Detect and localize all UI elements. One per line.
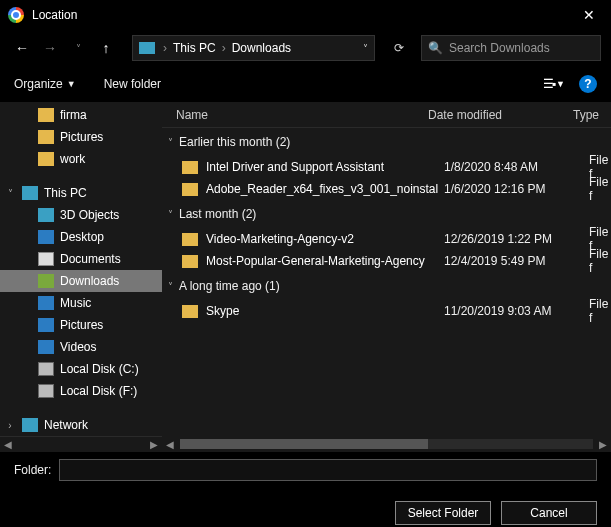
help-button[interactable]: ? [579, 75, 597, 93]
file-row[interactable]: Video-Marketing-Agency-v212/26/2019 1:22… [162, 228, 611, 250]
folder-icon [38, 384, 54, 398]
folder-icon [182, 255, 198, 268]
group-label: Last month (2) [179, 207, 256, 221]
chevron-down-icon: ˅ [168, 209, 173, 220]
organize-menu[interactable]: Organize ▼ [14, 77, 76, 91]
tree-h-scrollbar[interactable]: ◀ ▶ [0, 436, 162, 452]
scroll-left-icon[interactable]: ◀ [162, 439, 178, 450]
tree-network[interactable]: ›Network [0, 414, 162, 436]
tree-item[interactable]: Music [0, 292, 162, 314]
tree-label: Desktop [60, 230, 104, 244]
collapse-icon[interactable]: ˅ [4, 188, 16, 199]
tree-item[interactable]: Videos [0, 336, 162, 358]
tree-item[interactable]: Documents [0, 248, 162, 270]
toolbar: Organize ▼ New folder ☰▪ ▼ ? [0, 66, 611, 102]
chevron-down-icon: ˅ [168, 137, 173, 148]
list-view-icon: ☰▪ [543, 77, 554, 91]
folder-icon [38, 208, 54, 222]
scroll-right-icon[interactable]: ▶ [595, 439, 611, 450]
title-bar: Location ✕ [0, 0, 611, 30]
nav-tree: firmaPictureswork˅This PC3D ObjectsDeskt… [0, 102, 162, 452]
file-group-header[interactable]: ˅Earlier this month (2) [162, 128, 611, 156]
tree-item[interactable]: Local Disk (C:) [0, 358, 162, 380]
tree-item[interactable]: Desktop [0, 226, 162, 248]
recent-dropdown[interactable]: ˅ [66, 36, 90, 60]
tree-label: Videos [60, 340, 96, 354]
scroll-right-icon[interactable]: ▶ [146, 439, 162, 450]
folder-icon [38, 230, 54, 244]
scroll-left-icon[interactable]: ◀ [0, 439, 16, 450]
select-folder-button[interactable]: Select Folder [395, 501, 491, 525]
folder-icon [182, 305, 198, 318]
file-group-header[interactable]: ˅A long time ago (1) [162, 272, 611, 300]
file-date: 12/26/2019 1:22 PM [444, 232, 589, 246]
chrome-icon [8, 7, 24, 23]
folder-icon [38, 296, 54, 310]
file-date: 12/4/2019 5:49 PM [444, 254, 589, 268]
file-name: Intel Driver and Support Assistant [206, 160, 444, 174]
search-input[interactable]: 🔍 Search Downloads [421, 35, 601, 61]
organize-label: Organize [14, 77, 63, 91]
refresh-button[interactable]: ⟳ [385, 35, 413, 61]
address-bar[interactable]: › This PC › Downloads ˅ [132, 35, 375, 61]
forward-button[interactable]: → [38, 36, 62, 60]
network-icon [22, 418, 38, 432]
tree-label: Pictures [60, 318, 103, 332]
view-options-button[interactable]: ☰▪ ▼ [543, 77, 565, 91]
cancel-button[interactable]: Cancel [501, 501, 597, 525]
folder-icon [38, 130, 54, 144]
file-date: 1/8/2020 8:48 AM [444, 160, 589, 174]
folder-icon [182, 161, 198, 174]
column-type[interactable]: Type [573, 108, 611, 122]
tree-item[interactable]: Pictures [0, 314, 162, 336]
tree-label: Local Disk (C:) [60, 362, 139, 376]
expand-icon[interactable]: › [4, 420, 16, 431]
file-date: 1/6/2020 12:16 PM [444, 182, 589, 196]
up-button[interactable]: ↑ [94, 36, 118, 60]
files-h-scrollbar[interactable]: ◀ ▶ [162, 436, 611, 452]
back-button[interactable]: ← [10, 36, 34, 60]
nav-row: ← → ˅ ↑ › This PC › Downloads ˅ ⟳ 🔍 Sear… [0, 30, 611, 66]
file-name: Most-Popular-General-Marketing-Agency [206, 254, 444, 268]
search-icon: 🔍 [428, 41, 443, 55]
folder-icon [182, 183, 198, 196]
breadcrumb-folder[interactable]: Downloads [228, 41, 295, 55]
tree-item[interactable]: firma [0, 104, 162, 126]
file-row[interactable]: Intel Driver and Support Assistant1/8/20… [162, 156, 611, 178]
file-row[interactable]: Most-Popular-General-Marketing-Agency12/… [162, 250, 611, 272]
file-name: Video-Marketing-Agency-v2 [206, 232, 444, 246]
folder-input[interactable] [59, 459, 597, 481]
tree-label: firma [60, 108, 87, 122]
tree-this-pc[interactable]: ˅This PC [0, 182, 162, 204]
file-row[interactable]: Skype11/20/2019 9:03 AMFile f [162, 300, 611, 322]
folder-icon [38, 274, 54, 288]
new-folder-button[interactable]: New folder [104, 77, 161, 91]
tree-label: Documents [60, 252, 121, 266]
tree-item[interactable]: work [0, 148, 162, 170]
search-placeholder: Search Downloads [449, 41, 550, 55]
tree-item[interactable]: Pictures [0, 126, 162, 148]
file-group-header[interactable]: ˅Last month (2) [162, 200, 611, 228]
breadcrumb-root[interactable]: This PC [169, 41, 220, 55]
file-date: 11/20/2019 9:03 AM [444, 304, 589, 318]
tree-label: Network [44, 418, 88, 432]
tree-item[interactable]: 3D Objects [0, 204, 162, 226]
tree-item[interactable]: Downloads [0, 270, 162, 292]
folder-row: Folder: [0, 452, 611, 488]
file-list: Name Date modified Type ˅Earlier this mo… [162, 102, 611, 452]
address-dropdown[interactable]: ˅ [363, 43, 368, 54]
folder-label: Folder: [14, 463, 51, 477]
scroll-thumb[interactable] [180, 439, 428, 449]
pc-icon [22, 186, 38, 200]
chevron-down-icon: ▼ [556, 79, 565, 89]
column-name[interactable]: Name [176, 108, 428, 122]
close-button[interactable]: ✕ [566, 0, 611, 30]
folder-icon [38, 108, 54, 122]
group-label: A long time ago (1) [179, 279, 280, 293]
chevron-down-icon: ▼ [67, 79, 76, 89]
tree-item[interactable]: Local Disk (F:) [0, 380, 162, 402]
main-area: firmaPictureswork˅This PC3D ObjectsDeskt… [0, 102, 611, 452]
column-date[interactable]: Date modified [428, 108, 573, 122]
tree-label: Music [60, 296, 91, 310]
file-row[interactable]: Adobe_Reader_x64_fixes_v3_001_noinstal1/… [162, 178, 611, 200]
